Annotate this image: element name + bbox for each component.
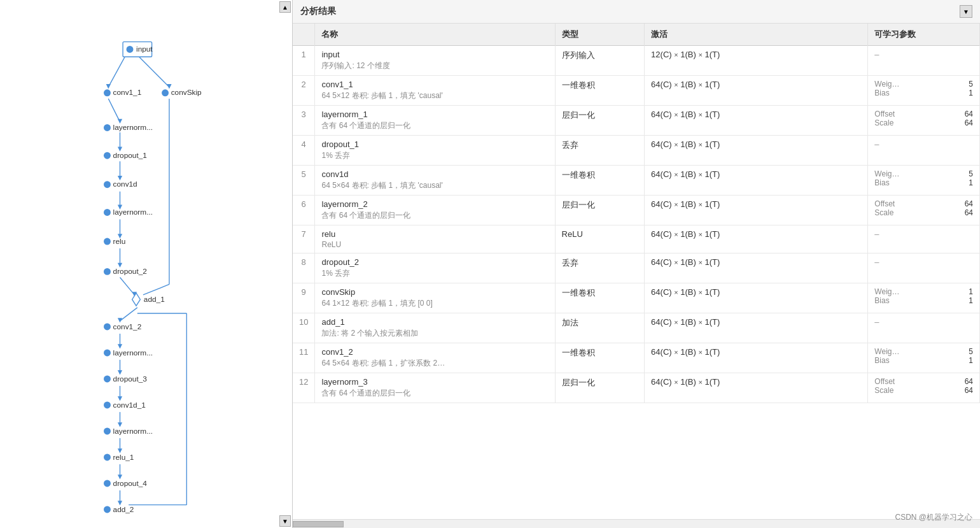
row-type-cell: ReLU: [555, 225, 645, 253]
params-line: Weig…5: [874, 347, 973, 356]
params-label: Bias: [874, 296, 889, 305]
watermark: CSDN @机器学习之心: [895, 512, 972, 523]
params-value: 1: [969, 287, 973, 296]
svg-line-1: [137, 55, 169, 87]
table-row: 10add_1加法: 将 2 个输入按元素相加加法64(C) × 1(B) × …: [293, 313, 980, 343]
table-row: 11conv1_264 5×64 卷积: 步幅 1，扩张系数 2…一维卷积64(…: [293, 343, 980, 373]
params-label: Bias: [874, 89, 889, 97]
row-num-cell: 11: [293, 343, 315, 373]
svg-text:conv1_1: conv1_1: [113, 88, 142, 97]
svg-line-8: [120, 278, 135, 295]
table-body: 1input序列输入: 12 个维度序列输入12(C) × 1(B) × 1(T…: [293, 46, 980, 403]
params-line: Weig…1: [874, 287, 973, 296]
row-name-cell: conv1_164 5×12 卷积: 步幅 1，填充 'causal': [315, 76, 555, 106]
row-name-cell: conv1_264 5×64 卷积: 步幅 1，扩张系数 2…: [315, 343, 555, 373]
params-value: 64: [965, 199, 973, 208]
table-row: 7reluReLUReLU64(C) × 1(B) × 1(T)–: [293, 225, 980, 253]
row-name-main: layernorm_3: [321, 377, 548, 387]
row-activation-cell: 64(C) × 1(B) × 1(T): [645, 106, 868, 136]
svg-point-62: [104, 349, 111, 356]
params-value: 64: [965, 110, 973, 118]
h-scroll-track[interactable]: [293, 520, 980, 529]
row-activation-cell: 64(C) × 1(B) × 1(T): [645, 76, 868, 106]
params-label: Offset: [874, 110, 895, 118]
row-name-cell: dropout_21% 丢弃: [315, 253, 555, 283]
panel-collapse-btn[interactable]: ▼: [960, 5, 972, 18]
params-label: Scale: [874, 118, 893, 127]
row-type-cell: 层归一化: [555, 106, 645, 136]
row-activation-cell: 64(C) × 1(B) × 1(T): [645, 343, 868, 373]
params-label: Weig…: [874, 347, 899, 356]
params-value: 64: [965, 118, 973, 127]
row-name-main: conv1d: [321, 169, 548, 179]
svg-point-42: [104, 89, 111, 96]
horizontal-scrollbar[interactable]: [293, 519, 980, 528]
svg-text:relu_1: relu_1: [113, 453, 134, 462]
row-name-cell: layernorm_3含有 64 个通道的层归一化: [315, 373, 555, 403]
row-num-cell: 5: [293, 166, 315, 196]
svg-text:dropout_4: dropout_4: [113, 479, 148, 488]
svg-text:conv1d_1: conv1d_1: [113, 401, 146, 410]
row-num-cell: 12: [293, 373, 315, 403]
row-type-cell: 丢弃: [555, 136, 645, 166]
row-name-cell: conv1d64 5×64 卷积: 步幅 1，填充 'causal': [315, 166, 555, 196]
graph-scroll-up-btn[interactable]: ▲: [279, 1, 291, 13]
row-type-cell: 一维卷积: [555, 283, 645, 313]
params-value: 5: [969, 169, 973, 178]
row-params-cell: Weig…5Bias1: [868, 166, 980, 196]
row-params-cell: –: [868, 253, 980, 283]
svg-point-56: [104, 268, 111, 275]
row-params-cell: –: [868, 313, 980, 343]
svg-text:conv1_2: conv1_2: [113, 322, 142, 331]
analysis-table-container[interactable]: 名称 类型 激活 可学习参数 1input序列输入: 12 个维度序列输入12(…: [293, 24, 980, 519]
row-type-cell: 一维卷积: [555, 343, 645, 373]
table-row: 4dropout_11% 丢弃丢弃64(C) × 1(B) × 1(T)–: [293, 136, 980, 166]
graph-svg: input conv1_1 convSkip layernorm... drop…: [0, 0, 292, 522]
row-name-main: convSkip: [321, 287, 548, 297]
graph-scroll-area[interactable]: input conv1_1 convSkip layernorm... drop…: [0, 0, 292, 528]
row-name-main: relu: [321, 229, 548, 239]
row-name-main: conv1_2: [321, 347, 548, 357]
svg-text:add_2: add_2: [113, 505, 134, 514]
svg-text:convSkip: convSkip: [171, 88, 202, 97]
svg-text:dropout_1: dropout_1: [113, 151, 147, 160]
svg-point-46: [104, 124, 111, 131]
row-type-cell: 序列输入: [555, 46, 645, 76]
row-name-main: layernorm_1: [321, 110, 548, 119]
row-name-sub: 1% 丢弃: [321, 268, 548, 279]
svg-point-74: [104, 506, 111, 513]
params-line: Bias1: [874, 89, 973, 97]
h-scroll-thumb[interactable]: [293, 521, 344, 527]
row-type-cell: 一维卷积: [555, 76, 645, 106]
col-header-type: 类型: [555, 24, 645, 46]
graph-panel: input conv1_1 convSkip layernorm... drop…: [0, 0, 293, 528]
svg-text:input: input: [136, 45, 153, 54]
svg-point-60: [104, 323, 111, 330]
params-label: Offset: [874, 377, 895, 386]
table-row: 12layernorm_3含有 64 个通道的层归一化层归一化64(C) × 1…: [293, 373, 980, 403]
params-line: Scale64: [874, 208, 973, 217]
svg-point-40: [127, 46, 134, 53]
params-line: Weig…5: [874, 169, 973, 178]
row-name-sub: 1% 丢弃: [321, 150, 548, 161]
row-type-cell: 丢弃: [555, 253, 645, 283]
params-dash: –: [874, 50, 879, 59]
col-header-num: [293, 24, 315, 46]
svg-text:dropout_3: dropout_3: [113, 375, 148, 383]
table-row: 8dropout_21% 丢弃丢弃64(C) × 1(B) × 1(T)–: [293, 253, 980, 283]
row-type-cell: 层归一化: [555, 373, 645, 403]
graph-scroll-down-btn[interactable]: ▼: [279, 515, 291, 527]
analysis-table: 名称 类型 激活 可学习参数 1input序列输入: 12 个维度序列输入12(…: [293, 24, 980, 403]
svg-marker-58: [132, 293, 141, 306]
params-dash: –: [874, 139, 879, 149]
params-line: Bias1: [874, 296, 973, 305]
svg-point-54: [104, 238, 111, 245]
row-activation-cell: 64(C) × 1(B) × 1(T): [645, 136, 868, 166]
svg-point-70: [104, 453, 111, 460]
panel-header: 分析结果 ▼: [293, 0, 980, 24]
row-activation-cell: 64(C) × 1(B) × 1(T): [645, 373, 868, 403]
svg-text:dropout_2: dropout_2: [113, 267, 147, 276]
svg-text:conv1d: conv1d: [113, 180, 137, 189]
row-params-cell: Weig…5Bias1: [868, 76, 980, 106]
row-num-cell: 10: [293, 313, 315, 343]
